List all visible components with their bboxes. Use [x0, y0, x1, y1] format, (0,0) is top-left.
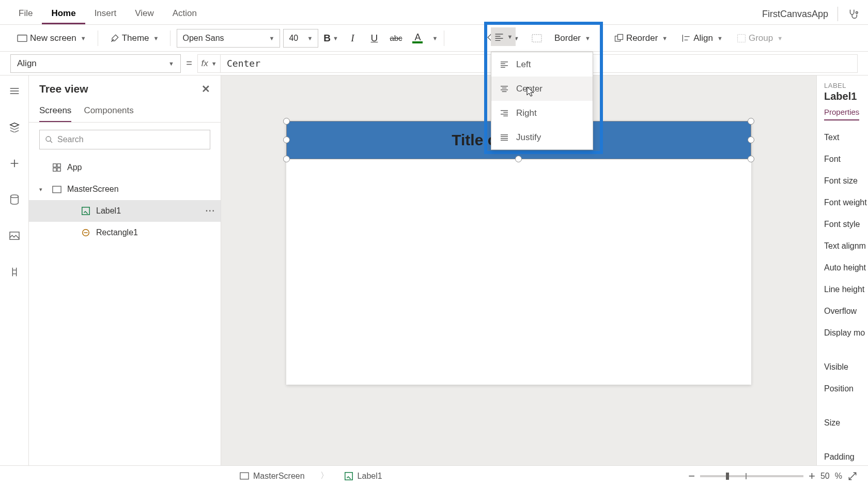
- prop-font-weight[interactable]: Font weight: [824, 192, 861, 214]
- media-icon[interactable]: [4, 225, 25, 246]
- prop-visible[interactable]: Visible: [824, 356, 861, 378]
- theme-label: Theme: [122, 33, 149, 43]
- font-size-value: 40: [289, 34, 298, 43]
- breadcrumb-separator: [319, 470, 330, 481]
- breadcrumb-masterscreen[interactable]: MasterScreen: [233, 472, 312, 481]
- align-right-option[interactable]: Right: [491, 101, 593, 125]
- align-left-option[interactable]: Left: [491, 52, 593, 77]
- tools-icon[interactable]: [4, 262, 25, 282]
- svg-point-0: [856, 11, 858, 13]
- insert-icon[interactable]: [4, 153, 25, 174]
- menu-file[interactable]: File: [9, 3, 42, 24]
- theme-button[interactable]: Theme ▼: [104, 30, 164, 47]
- search-input[interactable]: Search: [39, 130, 210, 149]
- screen-frame[interactable]: Title of the Screen: [286, 121, 751, 385]
- tree-item-label1[interactable]: Label1 ···: [29, 200, 221, 222]
- strikethrough-button[interactable]: abc: [386, 29, 405, 48]
- svg-rect-17: [345, 472, 352, 479]
- align-objects-button[interactable]: Align ▼: [676, 30, 728, 47]
- tree-view-icon[interactable]: [4, 117, 25, 138]
- menu-action[interactable]: Action: [163, 3, 206, 24]
- prop-padding[interactable]: Padding: [824, 446, 861, 465]
- property-name: Align: [17, 58, 37, 69]
- chevron-down-icon: ▼: [333, 35, 338, 41]
- font-color-button[interactable]: A: [408, 29, 427, 48]
- tree-view-panel: Tree view ✕ Screens Components Search Ap…: [29, 75, 221, 465]
- align-center-option[interactable]: Center: [491, 77, 593, 101]
- formula-bar: Align ▼ = fx▼ Center: [0, 52, 868, 75]
- separator: [170, 31, 171, 46]
- prop-font-size[interactable]: Font size: [824, 170, 861, 192]
- chevron-down-icon: ▼: [307, 35, 313, 41]
- border-label: Border: [554, 33, 581, 43]
- control-name-label: Label1: [824, 90, 861, 102]
- reorder-button[interactable]: Reorder ▼: [609, 30, 673, 47]
- prop-spacer: [824, 400, 861, 412]
- new-screen-button[interactable]: New screen ▼: [11, 30, 91, 47]
- chevron-down-icon: ▼: [81, 35, 86, 41]
- prop-text-alignment[interactable]: Text alignm: [824, 235, 861, 257]
- tab-components[interactable]: Components: [84, 101, 133, 122]
- align-justify-option[interactable]: Justify: [491, 125, 593, 149]
- tab-properties[interactable]: Properties: [824, 108, 859, 120]
- left-rail: [0, 75, 29, 465]
- font-family-select[interactable]: Open Sans ▼: [177, 29, 280, 48]
- prop-line-height[interactable]: Line height: [824, 279, 861, 300]
- zoom-unit: %: [835, 472, 842, 481]
- prop-display-mode[interactable]: Display mo: [824, 322, 861, 344]
- zoom-in-button[interactable]: +: [809, 469, 815, 483]
- chevron-down-icon: ▼: [777, 35, 783, 41]
- italic-button[interactable]: I: [343, 29, 362, 48]
- menu-insert[interactable]: Insert: [85, 3, 126, 24]
- control-type-label: LABEL: [824, 82, 861, 89]
- breadcrumb-label1[interactable]: Label1: [337, 472, 390, 481]
- collapse-icon[interactable]: ▾: [39, 186, 47, 193]
- rectangle-icon: [81, 227, 91, 238]
- prop-font[interactable]: Font: [824, 148, 861, 170]
- font-family-value: Open Sans: [182, 34, 224, 43]
- close-icon[interactable]: ✕: [202, 83, 210, 95]
- fit-to-window-icon[interactable]: [847, 471, 858, 481]
- menu-home[interactable]: Home: [42, 3, 85, 24]
- tree-item-app[interactable]: App: [29, 157, 221, 178]
- chevron-down-icon: ▼: [211, 60, 217, 67]
- property-select[interactable]: Align ▼: [10, 54, 181, 73]
- border-button[interactable]: Border ▼: [549, 30, 596, 47]
- tab-screens[interactable]: Screens: [39, 101, 71, 122]
- align-label: Align: [693, 33, 713, 43]
- formatting-toolbar: New screen ▼ Theme ▼ Open Sans ▼ 40 ▼ B▼…: [0, 25, 868, 52]
- zoom-out-button[interactable]: −: [688, 469, 695, 483]
- stethoscope-icon[interactable]: [847, 8, 859, 20]
- prop-size[interactable]: Size: [824, 412, 861, 434]
- zoom-slider[interactable]: [700, 475, 803, 477]
- more-icon[interactable]: ···: [206, 206, 215, 216]
- border-style-button[interactable]: [528, 29, 546, 48]
- prop-spacer: [824, 434, 861, 446]
- data-icon[interactable]: [4, 189, 25, 210]
- reorder-label: Reorder: [626, 33, 658, 43]
- bold-button[interactable]: B▼: [321, 29, 340, 48]
- chevron-down-icon: ▼: [507, 34, 513, 40]
- font-size-select[interactable]: 40 ▼: [283, 29, 318, 48]
- svg-rect-11: [53, 168, 56, 171]
- svg-rect-14: [82, 207, 89, 215]
- chevron-down-icon[interactable]: ▼: [432, 35, 438, 41]
- fx-button[interactable]: fx▼: [197, 54, 220, 73]
- prop-auto-height[interactable]: Auto height: [824, 257, 861, 279]
- svg-rect-16: [240, 473, 249, 479]
- tree-item-masterscreen[interactable]: ▾ MasterScreen: [29, 178, 221, 200]
- group-button[interactable]: Group ▼: [731, 30, 788, 47]
- properties-panel: LABEL Label1 Properties Text Font Font s…: [816, 75, 868, 465]
- menu-view[interactable]: View: [126, 3, 163, 24]
- svg-point-6: [10, 195, 18, 198]
- hamburger-icon[interactable]: [4, 81, 25, 101]
- tree-item-rectangle1[interactable]: Rectangle1: [29, 222, 221, 244]
- text-align-button[interactable]: ▼: [491, 27, 516, 46]
- prop-text[interactable]: Text: [824, 127, 861, 148]
- underline-button[interactable]: U: [365, 29, 383, 48]
- chevron-down-icon: ▼: [662, 35, 668, 41]
- equals-sign: =: [181, 57, 197, 69]
- prop-overflow[interactable]: Overflow: [824, 300, 861, 322]
- prop-position[interactable]: Position: [824, 378, 861, 400]
- prop-font-style[interactable]: Font style: [824, 214, 861, 235]
